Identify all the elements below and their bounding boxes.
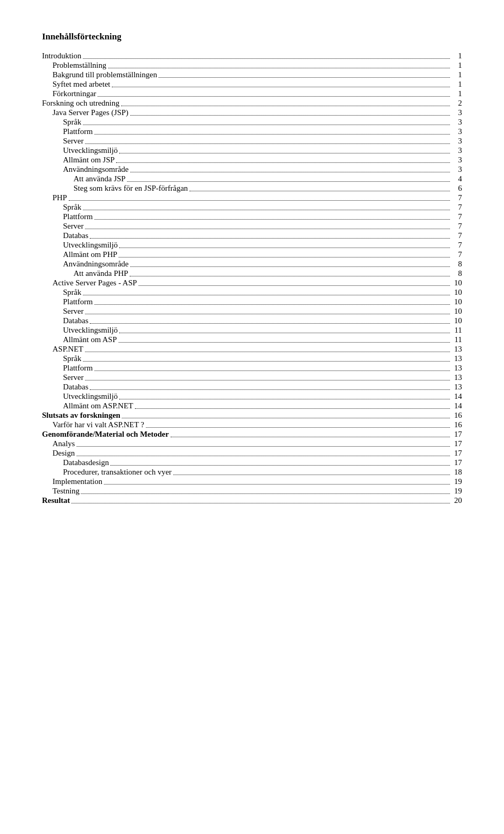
toc-label-aspnet-databas: Databas [42, 383, 88, 392]
toc-dots-forskning [121, 106, 450, 106]
toc-label-jsp-plattform: Plattform [42, 127, 93, 136]
toc-dots-php-sprak [83, 210, 450, 210]
toc-page-asp-databas: 10 [452, 316, 462, 325]
toc-entry-syftet: Syftet med arbetet1 [42, 80, 462, 89]
toc-dots-databasdesign [110, 465, 450, 466]
toc-dots-resultat [71, 503, 450, 503]
toc-label-jsp-attanvanda: Att använda JSP [42, 174, 125, 183]
toc-label-forkortningar: Förkortningar [42, 89, 96, 98]
toc-label-asp-databas: Databas [42, 316, 88, 325]
toc-entry-jsp: Java Server Pages (JSP)3 [42, 108, 462, 117]
toc-entry-php-sprak: Språk7 [42, 203, 462, 212]
toc-label-asp: Active Server Pages - ASP [42, 279, 137, 287]
toc-page-jsp-plattform: 3 [452, 127, 462, 136]
toc-label-jsp-utvmiljo: Utvecklingsmiljö [42, 146, 118, 155]
toc-page-asp-allman: 11 [452, 335, 462, 344]
toc-page-problemstallning: 1 [452, 61, 462, 70]
toc-label-resultat: Resultat [42, 496, 70, 505]
toc-dots-php-plattform [94, 219, 450, 220]
toc-dots-aspnet [85, 352, 450, 352]
toc-dots-varfor [146, 427, 450, 428]
toc-page-php-server: 7 [452, 222, 462, 231]
toc-dots-aspnet-plattform [94, 370, 450, 371]
toc-label-jsp-anvomrade: Användningsområde [42, 165, 129, 174]
toc-page-aspnet-server: 13 [452, 373, 462, 382]
toc-page-implementation: 19 [452, 477, 462, 486]
toc-label-aspnet-server: Server [42, 373, 83, 382]
toc-dots-jsp-sprak [83, 125, 450, 125]
toc-page-asp-server: 10 [452, 307, 462, 316]
toc-label-jsp-sprak: Språk [42, 118, 81, 127]
toc-label-php-attanvanda: Att använda PHP [42, 269, 128, 278]
toc-label-asp-allman: Allmänt om ASP [42, 335, 117, 344]
toc-page-asp-plattform: 10 [452, 297, 462, 306]
toc-page-bakgrund: 1 [452, 70, 462, 79]
toc-entry-databasdesign: Databasdesign17 [42, 458, 462, 467]
toc-page-aspnet-allman: 14 [452, 401, 462, 410]
toc-label-syftet: Syftet med arbetet [42, 80, 110, 89]
toc-entry-php-allman: Allmänt om PHP7 [42, 250, 462, 259]
toc-label-varfor: Varför har vi valt ASP.NET ? [42, 420, 144, 429]
toc-page-asp-utvmiljo: 11 [452, 326, 462, 335]
toc-entry-asp-utvmiljo: Utvecklingsmiljö11 [42, 326, 462, 335]
toc-dots-asp-server [85, 314, 450, 314]
toc-label-jsp-server: Server [42, 137, 83, 146]
toc-entry-design: Design17 [42, 449, 462, 458]
toc-entry-aspnet-databas: Databas13 [42, 383, 462, 392]
toc-dots-problemstallning [108, 68, 450, 68]
toc-page-php-attanvanda: 8 [452, 269, 462, 278]
toc-label-forskning: Forskning och utredning [42, 99, 120, 108]
toc-entry-php-anvomrade: Användningsområde8 [42, 260, 462, 269]
toc-page-forkortningar: 1 [452, 89, 462, 98]
toc-entry-genomforande: Genomförande/Material och Metoder17 [42, 430, 462, 439]
toc-dots-jsp [130, 115, 450, 116]
toc-label-databasdesign: Databasdesign [42, 458, 109, 467]
toc-label-slutsats: Slutsats av forskningen [42, 411, 120, 420]
toc-label-jsp: Java Server Pages (JSP) [42, 108, 129, 117]
toc-page-jsp: 3 [452, 108, 462, 117]
toc-dots-asp-sprak [83, 295, 450, 295]
toc-entry-slutsats: Slutsats av forskningen16 [42, 411, 462, 420]
toc-entry-jsp-anvomrade: Användningsområde3 [42, 165, 462, 174]
toc-label-php-plattform: Plattform [42, 212, 93, 221]
toc-page-jsp-utvmiljo: 3 [452, 146, 462, 155]
toc-entry-introduktion: Introduktion1 [42, 52, 462, 60]
toc-page-databasdesign: 17 [452, 458, 462, 467]
toc-page-php-plattform: 7 [452, 212, 462, 221]
toc-label-aspnet-allman: Allmänt om ASP.NET [42, 401, 133, 410]
toc-dots-testning [81, 493, 450, 494]
toc-page-jsp-sprak: 3 [452, 118, 462, 127]
toc-entries: Introduktion1Problemställning1Bakgrund t… [42, 52, 462, 505]
toc-label-aspnet-plattform: Plattform [42, 364, 93, 373]
toc-dots-aspnet-sprak [83, 361, 450, 362]
toc-entry-asp-allman: Allmänt om ASP11 [42, 335, 462, 344]
toc-dots-aspnet-server [85, 380, 450, 380]
toc-label-jsp-allman: Allmänt om JSP [42, 156, 114, 164]
toc-page-varfor: 16 [452, 420, 462, 429]
toc-label-problemstallning: Problemställning [42, 61, 107, 70]
toc-label-php-utvmiljo: Utvecklingsmiljö [42, 241, 118, 250]
toc-page-slutsats: 16 [452, 411, 462, 420]
toc-entry-asp-server: Server10 [42, 307, 462, 316]
toc-label-asp-utvmiljo: Utvecklingsmiljö [42, 326, 118, 335]
toc-dots-aspnet-allman [135, 408, 450, 409]
toc-dots-jsp-plattform [94, 134, 450, 135]
toc-entry-php-utvmiljo: Utvecklingsmiljö7 [42, 241, 462, 250]
toc-label-php-anvomrade: Användningsområde [42, 260, 129, 269]
toc-dots-design [77, 456, 450, 456]
toc-entry-jsp-steg: Steg som krävs för en JSP-förfrågan6 [42, 184, 462, 193]
toc-label-php: PHP [42, 193, 67, 202]
toc-page-design: 17 [452, 449, 462, 458]
toc-entry-procedurer: Procedurer, transaktioner och vyer18 [42, 468, 462, 477]
toc-dots-procedurer [173, 475, 450, 475]
toc-dots-php-attanvanda [130, 276, 450, 276]
toc-dots-jsp-server [85, 143, 450, 144]
toc-dots-asp-databas [90, 323, 450, 324]
toc-page-genomforande: 17 [452, 430, 462, 439]
toc-page-php-utvmiljo: 7 [452, 241, 462, 250]
toc-page-procedurer: 18 [452, 468, 462, 477]
toc-page-aspnet-utvmiljo: 14 [452, 392, 462, 401]
toc-entry-resultat: Resultat20 [42, 496, 462, 505]
toc-page-php: 7 [452, 193, 462, 202]
toc-entry-implementation: Implementation19 [42, 477, 462, 486]
